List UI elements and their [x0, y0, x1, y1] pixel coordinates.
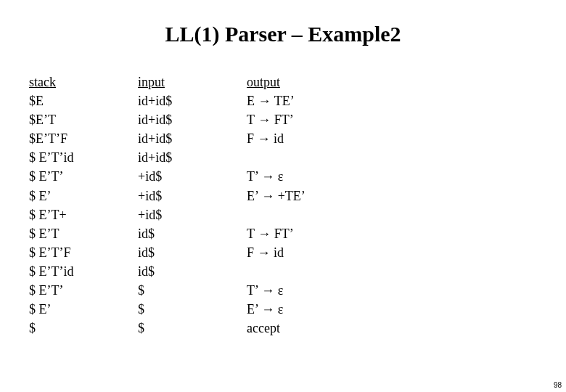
slide-title: LL(1) Parser – Example2 — [0, 22, 566, 46]
table-row: $ E’T’id id$ — [29, 262, 537, 281]
output-cell: F → id — [247, 129, 537, 148]
input-cell: $ — [138, 300, 247, 319]
header-row: stack input output — [29, 73, 537, 91]
input-cell: id+id$ — [138, 110, 247, 129]
stack-cell: $ E’T’ — [29, 167, 138, 186]
table-row: $ E’T’ +id$ T’ → ε — [29, 167, 537, 186]
output-cell — [247, 205, 537, 224]
table-row: $ E’ +id$ E’ → +TE’ — [29, 187, 537, 205]
table-row: $ E’T’id id+id$ — [29, 148, 537, 167]
stack-cell: $E’T — [29, 110, 138, 129]
stack-cell: $ E’T’F — [29, 243, 138, 262]
table-row: $E id+id$ E → TE’ — [29, 91, 537, 110]
stack-cell: $ E’ — [29, 187, 138, 205]
table-row: $ E’T+ +id$ — [29, 205, 537, 224]
output-cell: T’ → ε — [247, 167, 537, 186]
table-row: $ E’ $ E’ → ε — [29, 300, 537, 319]
stack-cell: $ E’ — [29, 300, 138, 319]
input-cell: id$ — [138, 262, 247, 281]
input-cell: +id$ — [138, 167, 247, 186]
input-cell: $ — [138, 281, 247, 300]
stack-cell: $ E’T’id — [29, 262, 138, 281]
header-output: output — [247, 73, 537, 91]
output-cell: E → TE’ — [247, 91, 537, 110]
input-cell: id+id$ — [138, 148, 247, 167]
output-cell — [247, 262, 537, 281]
output-cell: T → FT’ — [247, 110, 537, 129]
trace-table: stack input output $E id+id$ E → TE’ $E’… — [29, 73, 537, 338]
stack-cell: $E’T’F — [29, 129, 138, 148]
header-input: input — [138, 73, 247, 91]
page-number: 98 — [554, 381, 562, 389]
input-cell: id$ — [138, 243, 247, 262]
stack-cell: $ E’T’id — [29, 148, 138, 167]
output-cell: E’ → ε — [247, 300, 537, 319]
table-row: $ E’T’F id$ F → id — [29, 243, 537, 262]
table-row: $ E’T’ $ T’ → ε — [29, 281, 537, 300]
stack-cell: $ E’T — [29, 224, 138, 243]
input-cell: +id$ — [138, 205, 247, 224]
input-cell: +id$ — [138, 187, 247, 205]
output-cell: T’ → ε — [247, 281, 537, 300]
table-row: $ $ accept — [29, 319, 537, 338]
output-cell: accept — [247, 319, 537, 338]
input-cell: id+id$ — [138, 129, 247, 148]
output-cell — [247, 148, 537, 167]
output-cell: E’ → +TE’ — [247, 187, 537, 205]
slide: LL(1) Parser – Example2 stack input outp… — [0, 0, 566, 392]
stack-cell: $ — [29, 319, 138, 338]
header-stack: stack — [29, 73, 138, 91]
table-row: $ E’T id$ T → FT’ — [29, 224, 537, 243]
input-cell: id$ — [138, 224, 247, 243]
table-row: $E’T id+id$ T → FT’ — [29, 110, 537, 129]
stack-cell: $ E’T+ — [29, 205, 138, 224]
output-cell: T → FT’ — [247, 224, 537, 243]
stack-cell: $E — [29, 91, 138, 110]
stack-cell: $ E’T’ — [29, 281, 138, 300]
table-row: $E’T’F id+id$ F → id — [29, 129, 537, 148]
input-cell: id+id$ — [138, 91, 247, 110]
input-cell: $ — [138, 319, 247, 338]
output-cell: F → id — [247, 243, 537, 262]
